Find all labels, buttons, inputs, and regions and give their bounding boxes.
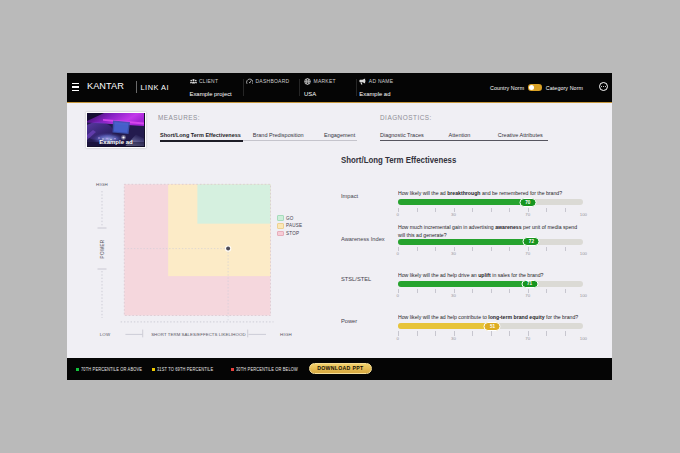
- scale-labels: 03070100: [398, 293, 584, 298]
- x-axis-high-label: HIGH: [280, 332, 292, 337]
- scale-label: 30: [451, 336, 456, 341]
- tab-short-long-term-effectiveness[interactable]: Short/Long Term Effectiveness: [160, 132, 241, 138]
- measure-slider-track[interactable]: 70: [398, 199, 584, 205]
- scale-label: 30: [451, 293, 456, 298]
- scale-label: 70: [525, 293, 530, 298]
- legend-square: [152, 368, 155, 371]
- tab-diagnostic-traces[interactable]: Diagnostic Traces: [380, 132, 424, 138]
- scale-label: 0: [397, 251, 399, 256]
- legend-swatch: [277, 231, 284, 237]
- ad-thumbnail[interactable]: Example ad: [86, 112, 146, 149]
- scale-label: 70: [525, 212, 530, 217]
- measure-label: STSL/STEL: [341, 276, 371, 282]
- quadrant-legend: GOPAUSESTOP: [277, 215, 302, 238]
- norm-toggle-switch[interactable]: [528, 84, 542, 91]
- scale-labels: 03070100: [398, 336, 584, 341]
- tab-brand-predisposition[interactable]: Brand Predisposition: [253, 132, 304, 138]
- scale-label: 70: [525, 251, 530, 256]
- scale-label: 100: [580, 336, 587, 341]
- measure-slider-fill: [398, 281, 538, 287]
- diagnostics-tabs: Diagnostic TracesAttentionCreative Attri…: [380, 132, 548, 141]
- tab-engagement[interactable]: Engagement: [324, 132, 355, 138]
- scale-label: 0: [397, 336, 399, 341]
- toggle-knob: [529, 85, 534, 90]
- tab-creative-attributes[interactable]: Creative Attributes: [498, 132, 543, 138]
- y-axis-title: POWER: [100, 239, 105, 258]
- more-options-icon[interactable]: [599, 82, 608, 91]
- measures-group-label: MEASURES:: [158, 114, 200, 121]
- legend-swatch: [277, 215, 284, 221]
- footer-legend-item: 31ST TO 69TH PERCENTILE: [152, 359, 221, 381]
- ad-score-point: [226, 247, 230, 251]
- footer-legend-label: 70TH PERCENTILE OR ABOVE: [81, 367, 142, 372]
- top-navigation-bar: KANTAR LINK AI CLIENTExample projectDASH…: [67, 73, 612, 103]
- measure-label: Power: [341, 318, 357, 324]
- scale-label: 30: [451, 212, 456, 217]
- footer-legend-item: 70TH PERCENTILE OR ABOVE: [76, 359, 151, 381]
- scale-label: 100: [580, 212, 587, 217]
- measure-label: Impact: [341, 193, 358, 199]
- effectiveness-quadrant-chart: HIGHPOWERLOWSHORT TERM SALES/EFFECTS LIK…: [91, 178, 357, 343]
- x-axis-title: SHORT TERM SALES/EFFECTS LIKELIHOOD: [151, 332, 245, 337]
- scale-labels: 03070100: [398, 212, 584, 217]
- footer-bar: 70TH PERCENTILE OR ABOVE31ST TO 69TH PER…: [67, 358, 612, 380]
- desktop-background: { "header": { "menu_icon": "hamburger-ic…: [0, 0, 680, 453]
- scale-labels: 03070100: [398, 251, 584, 256]
- legend-item-pause: PAUSE: [277, 223, 302, 229]
- legend-label: STOP: [286, 231, 299, 236]
- legend-swatch: [277, 223, 284, 229]
- measure-question: How likely will the ad help drive an upl…: [398, 272, 600, 279]
- category-norm-label: Category Norm: [546, 85, 583, 91]
- measure-question: How much incremental gain in advertising…: [398, 224, 600, 238]
- app-window: KANTAR LINK AI CLIENTExample projectDASH…: [67, 73, 612, 380]
- legend-square: [231, 368, 234, 371]
- measure-slider-fill: [398, 199, 536, 205]
- measure-label: Awareness Index: [341, 236, 385, 242]
- measure-value-pill: 51: [484, 322, 501, 331]
- legend-label: PAUSE: [286, 223, 302, 228]
- scale-label: 0: [397, 212, 399, 217]
- measure-value-pill: 72: [523, 237, 540, 246]
- download-ppt-button[interactable]: DOWNLOAD PPT: [309, 363, 372, 374]
- norm-toggle-group: Country Norm Category Norm: [67, 73, 612, 103]
- measure-slider-track[interactable]: 71: [398, 281, 584, 287]
- scale-label: 30: [451, 251, 456, 256]
- footer-legend-label: 30TH PERCENTILE OR BELOW: [236, 367, 298, 372]
- x-axis-low-label: LOW: [100, 332, 111, 337]
- measure-question: How likely will the ad help contribute t…: [398, 314, 600, 321]
- measure-value-pill: 70: [519, 198, 536, 207]
- y-axis-high-label: HIGH: [96, 182, 108, 187]
- legend-item-go: GO: [277, 215, 302, 221]
- measure-slider-fill: [398, 239, 540, 245]
- page-title: Short/Long Term Effectiveness: [341, 154, 456, 165]
- country-norm-label: Country Norm: [490, 85, 524, 91]
- scale-label: 0: [397, 293, 399, 298]
- diagnostics-group-label: DIAGNOSTICS:: [380, 114, 432, 121]
- measure-question: How likely will the ad breakthrough and …: [398, 190, 600, 197]
- legend-label: GO: [286, 216, 294, 221]
- scale-label: 100: [580, 251, 587, 256]
- measure-slider-track[interactable]: 72: [398, 239, 584, 245]
- footer-legend-label: 31ST TO 69TH PERCENTILE: [157, 367, 213, 372]
- legend-item-stop: STOP: [277, 231, 302, 237]
- measures-tabs: Short/Long Term EffectivenessBrand Predi…: [160, 132, 357, 141]
- ad-thumbnail-caption: Example ad: [87, 139, 145, 145]
- measure-slider-track[interactable]: 51: [398, 323, 584, 329]
- legend-square: [76, 368, 79, 371]
- tab-attention[interactable]: Attention: [449, 132, 471, 138]
- footer-legend-item: 30TH PERCENTILE OR BELOW: [231, 359, 307, 381]
- measure-value-pill: 71: [521, 280, 538, 289]
- scale-label: 70: [525, 336, 530, 341]
- scale-label: 100: [580, 293, 587, 298]
